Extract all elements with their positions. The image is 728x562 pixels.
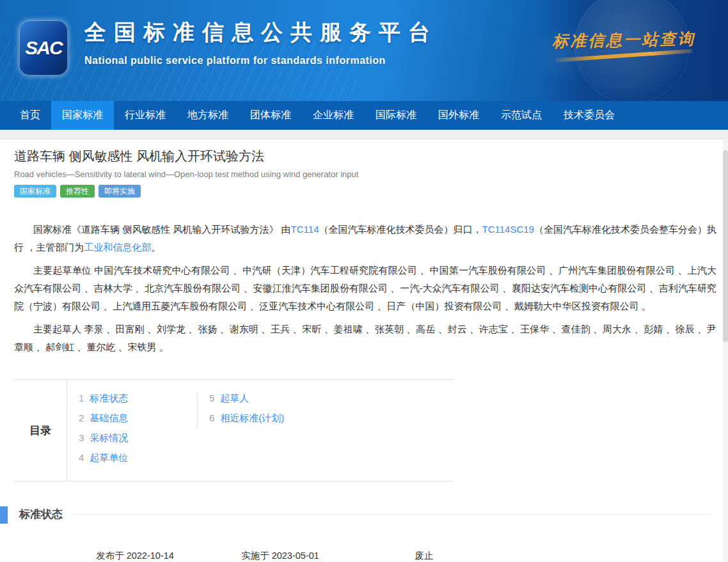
toc-columns: 1标准状态 2基础信息 3采标情况 4起草单位 5起草人 6相近标准(计划) bbox=[67, 380, 453, 481]
site-title-block: 全国标准信息公共服务平台 National public service pla… bbox=[84, 18, 438, 66]
toc-item-link[interactable]: 标准状态 bbox=[90, 393, 128, 403]
miit-link[interactable]: 工业和信息化部 bbox=[84, 242, 151, 253]
standard-title-en: Road vehicles—Sensitivity to lateral win… bbox=[14, 169, 716, 179]
toc-item-number: 1 bbox=[79, 393, 84, 403]
intro-suffix: 。 bbox=[151, 242, 161, 253]
content-panel: 道路车辆 侧风敏感性 风机输入开环试验方法 Road vehicles—Sens… bbox=[0, 139, 728, 562]
section-divider-line bbox=[73, 514, 711, 515]
toc-item-link[interactable]: 采标情况 bbox=[90, 432, 128, 443]
header-slogan: 标准信息一站查询 bbox=[550, 28, 698, 52]
drafters-paragraph: 主要起草人 李景 、田富刚 、刘学龙 、张扬 、谢东明 、王兵 、宋昕 、姜祖啸… bbox=[14, 320, 716, 356]
timeline-label-implemented: 实施于 2023-05-01 bbox=[241, 550, 319, 562]
intro-paragraph: 国家标准《道路车辆 侧风敏感性 风机输入开环试验方法》 由TC114（全国汽车标… bbox=[14, 221, 716, 256]
badge-row: 国家标准 推荐性 即将实施 bbox=[14, 185, 716, 198]
toc-box: 目录 1标准状态 2基础信息 3采标情况 4起草单位 5起草人 6相近标准(计划… bbox=[14, 379, 453, 481]
drafting-units-paragraph: 主要起草单位 中国汽车技术研究中心有限公司 、中汽研（天津）汽车工程研究院有限公… bbox=[14, 261, 716, 315]
badge-recommended: 推荐性 bbox=[60, 185, 95, 198]
site-title: 全国标准信息公共服务平台 bbox=[84, 18, 438, 47]
tc114-link[interactable]: TC114 bbox=[291, 224, 319, 235]
site-header: SAC 全国标准信息公共服务平台 National public service… bbox=[0, 0, 728, 101]
nav-item-enterprise-standards[interactable]: 企业标准 bbox=[302, 101, 365, 130]
toc-item-number: 3 bbox=[79, 432, 84, 443]
status-section-header: 标准状态 bbox=[14, 507, 716, 522]
sac-logo-text: SAC bbox=[25, 37, 61, 59]
toc-item-link[interactable]: 起草人 bbox=[220, 393, 249, 403]
status-timeline: 发布于 2022-10-14 实施于 2023-05-01 废止 bbox=[19, 547, 519, 562]
nav-item-local-standards[interactable]: 地方标准 bbox=[177, 101, 239, 130]
timeline-label-abolished: 废止 bbox=[415, 550, 434, 562]
vertical-scrollbar[interactable] bbox=[723, 139, 728, 562]
toc-item-similar-standards[interactable]: 6相近标准(计划) bbox=[209, 412, 284, 425]
nav-item-industry-standards[interactable]: 行业标准 bbox=[114, 101, 177, 130]
nav-item-pilot-programs[interactable]: 示范试点 bbox=[490, 101, 553, 130]
header-content-separator bbox=[0, 130, 728, 139]
toc-column-1: 1标准状态 2基础信息 3采标情况 4起草单位 bbox=[79, 393, 197, 472]
toc-item-link[interactable]: 起草单位 bbox=[90, 452, 128, 463]
scrollbar-thumb[interactable] bbox=[723, 150, 728, 342]
nav-item-home[interactable]: 首页 bbox=[9, 101, 51, 130]
toc-item-link[interactable]: 基础信息 bbox=[90, 412, 128, 423]
main-nav: 首页 国家标准 行业标准 地方标准 团体标准 企业标准 国际标准 国外标准 示范… bbox=[0, 101, 728, 130]
site-subtitle: National public service platform for sta… bbox=[84, 55, 438, 66]
nav-item-foreign-standards[interactable]: 国外标准 bbox=[427, 101, 490, 130]
nav-item-national-standards[interactable]: 国家标准 bbox=[51, 101, 114, 130]
intro-prefix: 国家标准《道路车辆 侧风敏感性 风机输入开环试验方法》 由 bbox=[33, 224, 291, 235]
toc-item-number: 4 bbox=[79, 452, 84, 463]
standard-title-zh: 道路车辆 侧风敏感性 风机输入开环试验方法 bbox=[14, 148, 716, 165]
toc-item-number: 6 bbox=[209, 412, 214, 423]
badge-to-be-implemented: 即将实施 bbox=[99, 185, 141, 198]
toc-item-standard-status[interactable]: 1标准状态 bbox=[79, 393, 197, 405]
badge-national-standard: 国家标准 bbox=[14, 185, 56, 198]
nav-item-group-standards[interactable]: 团体标准 bbox=[239, 101, 302, 130]
tc114sc19-link[interactable]: TC114SC19 bbox=[482, 224, 534, 235]
toc-item-adoption-status[interactable]: 3采标情况 bbox=[79, 432, 197, 444]
toc-item-drafting-units[interactable]: 4起草单位 bbox=[79, 452, 197, 464]
sac-logo[interactable]: SAC bbox=[19, 20, 68, 75]
toc-item-link[interactable]: 相近标准(计划) bbox=[220, 412, 284, 423]
toc-item-drafters[interactable]: 5起草人 bbox=[209, 393, 284, 405]
toc-item-basic-info[interactable]: 2基础信息 bbox=[79, 412, 197, 425]
toc-item-number: 2 bbox=[79, 412, 84, 423]
nav-item-technical-committees[interactable]: 技术委员会 bbox=[553, 101, 626, 130]
status-section-title: 标准状态 bbox=[19, 507, 63, 522]
toc-label: 目录 bbox=[14, 380, 67, 481]
toc-column-divider bbox=[197, 393, 198, 430]
toc-item-number: 5 bbox=[209, 393, 214, 403]
toc-column-2: 5起草人 6相近标准(计划) bbox=[209, 393, 284, 472]
section-accent-bar bbox=[0, 506, 8, 524]
intro-mid1: （全国汽车标准化技术委员会）归口， bbox=[319, 224, 482, 235]
nav-item-international-standards[interactable]: 国际标准 bbox=[365, 101, 427, 130]
timeline-label-published: 发布于 2022-10-14 bbox=[96, 550, 174, 562]
